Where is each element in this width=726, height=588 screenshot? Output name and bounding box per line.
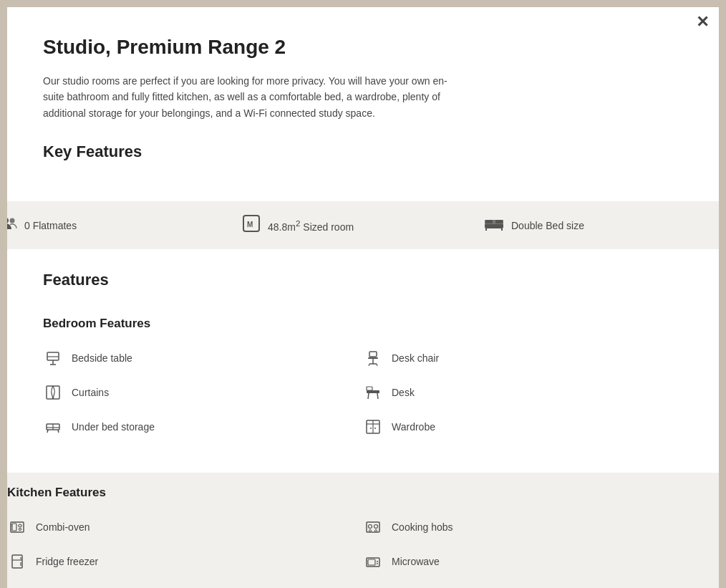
svg-rect-15 — [368, 357, 378, 359]
description-text: Our studio rooms are perfect if you are … — [43, 73, 458, 121]
microwave-icon — [363, 551, 383, 572]
wardrobe-label: Wardrobe — [392, 421, 435, 433]
bed-size-stat: Double Bed size — [484, 216, 719, 234]
stats-bar: 0 Flatmates M 48.8m2 Sized room — [7, 201, 719, 249]
svg-point-34 — [374, 428, 376, 429]
fridge-freezer-icon — [7, 551, 27, 572]
svg-rect-24 — [367, 387, 372, 390]
kitchen-features-section: Kitchen Features Combi-oven — [7, 473, 719, 588]
svg-rect-20 — [47, 386, 59, 399]
kitchen-features-grid: Combi-oven Cooking hobs — [7, 510, 719, 588]
svg-line-29 — [58, 430, 59, 433]
flatmates-text: 0 Flatmates — [24, 220, 77, 231]
svg-line-23 — [377, 393, 378, 399]
svg-point-43 — [369, 530, 372, 532]
desk-label: Desk — [392, 387, 415, 398]
bedroom-features-section: Bedroom Features Bedside table — [43, 307, 683, 444]
svg-rect-4 — [485, 223, 503, 228]
room-size-text: 48.8m2 Sized room — [268, 218, 354, 233]
feature-desk-chair: Desk chair — [363, 341, 683, 375]
svg-point-44 — [375, 530, 377, 532]
modal-container: ✕ Studio, Premium Range 2 Our studio roo… — [7, 7, 719, 588]
bed-icon — [484, 216, 504, 234]
feature-wardrobe: Wardrobe — [363, 410, 683, 444]
svg-point-38 — [19, 529, 21, 531]
room-size-stat: M 48.8m2 Sized room — [242, 214, 484, 236]
curtains-icon — [43, 382, 63, 403]
bedroom-features-title: Bedroom Features — [43, 307, 683, 341]
svg-rect-7 — [495, 220, 503, 223]
svg-rect-50 — [368, 559, 375, 565]
features-heading: Features — [43, 271, 683, 289]
feature-mop-bucket: Mop and bucket — [7, 579, 363, 588]
bedroom-features-grid: Bedside table Desk chair — [43, 341, 683, 444]
flatmates-stat: 0 Flatmates — [7, 217, 242, 233]
svg-rect-36 — [12, 524, 16, 531]
svg-line-22 — [368, 393, 369, 399]
svg-text:M: M — [247, 221, 253, 228]
feature-noticeboard: Noticeboard — [363, 579, 719, 588]
desk-chair-label: Desk chair — [392, 352, 439, 364]
svg-point-37 — [19, 524, 21, 527]
feature-combi-oven: Combi-oven — [7, 510, 363, 544]
bedside-table-label: Bedside table — [72, 352, 132, 364]
fridge-freezer-label: Fridge freezer — [36, 556, 98, 567]
svg-point-1 — [10, 218, 15, 223]
page-title: Studio, Premium Range 2 — [43, 36, 683, 59]
wardrobe-icon — [363, 417, 383, 437]
svg-point-51 — [377, 561, 378, 562]
svg-rect-6 — [485, 220, 493, 223]
cooking-hobs-label: Cooking hobs — [392, 521, 453, 533]
svg-point-33 — [370, 428, 372, 429]
combi-oven-icon — [7, 517, 27, 537]
bedside-table-icon — [43, 348, 63, 368]
svg-line-19 — [377, 364, 377, 366]
feature-desk: Desk — [363, 375, 683, 410]
feature-cooking-hobs: Cooking hobs — [363, 510, 719, 544]
combi-oven-label: Combi-oven — [36, 521, 89, 533]
cooking-hobs-icon — [363, 517, 383, 537]
bed-size-text: Double Bed size — [511, 220, 584, 231]
desk-chair-icon — [363, 348, 383, 368]
curtains-label: Curtains — [72, 387, 109, 398]
svg-line-28 — [47, 430, 48, 433]
feature-bedside-table: Bedside table — [43, 341, 363, 375]
people-icon — [7, 217, 17, 233]
kitchen-features-title: Kitchen Features — [7, 473, 719, 510]
key-features-heading: Key Features — [43, 143, 683, 161]
svg-point-52 — [377, 563, 378, 564]
svg-point-42 — [374, 525, 378, 529]
measure-icon: M — [242, 214, 261, 236]
feature-under-bed-storage: Under bed storage — [43, 410, 363, 444]
svg-line-18 — [369, 364, 369, 366]
desk-icon — [363, 382, 383, 403]
svg-point-41 — [369, 525, 372, 529]
under-bed-storage-icon — [43, 417, 63, 437]
feature-microwave: Microwave — [363, 544, 719, 579]
close-button[interactable]: ✕ — [696, 14, 709, 30]
svg-rect-45 — [12, 555, 22, 568]
microwave-label: Microwave — [392, 556, 440, 567]
feature-curtains: Curtains — [43, 375, 363, 410]
svg-point-0 — [7, 218, 9, 223]
under-bed-storage-label: Under bed storage — [72, 421, 155, 433]
svg-rect-14 — [369, 352, 377, 357]
feature-fridge-freezer: Fridge freezer — [7, 544, 363, 579]
